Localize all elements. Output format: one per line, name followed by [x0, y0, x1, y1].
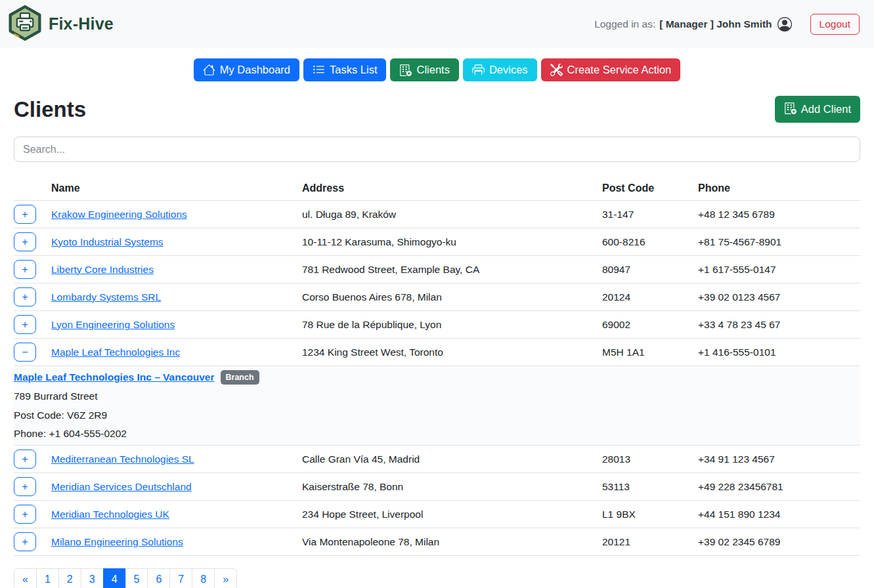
client-link[interactable]: Meridian Technologies UK — [51, 509, 169, 520]
expand-row-button[interactable]: + — [14, 232, 36, 251]
client-name-cell: Liberty Core Industries — [51, 256, 302, 284]
client-phone: +33 4 78 23 45 67 — [698, 311, 860, 339]
expand-row-button[interactable]: + — [14, 505, 36, 524]
logout-button[interactable]: Logout — [810, 14, 860, 35]
client-link[interactable]: Krakow Engineering Solutions — [51, 209, 187, 220]
brand: Fix-Hive — [7, 5, 114, 44]
client-name-cell: Meridian Services Deutschland — [51, 473, 302, 501]
clients-table-body: +Krakow Engineering Solutionsul. Długa 8… — [14, 201, 860, 556]
pagination-next: » — [215, 568, 237, 588]
nav-create-service-action-button[interactable]: Create Service Action — [541, 58, 681, 81]
pagination-next-link[interactable]: » — [214, 568, 237, 588]
pagination-prev-link[interactable]: « — [14, 568, 37, 588]
nav-clients-button[interactable]: Clients — [390, 58, 458, 81]
client-name-cell: Mediterranean Technologies SL — [51, 446, 302, 473]
expand-row-button[interactable]: + — [14, 315, 36, 334]
client-post-code: 53113 — [602, 473, 698, 501]
pagination-prev: « — [14, 568, 37, 588]
table-row: +Lyon Engineering Solutions78 Rue de la … — [14, 311, 860, 339]
branch-header: Maple Leaf Technologies Inc – VancouverB… — [14, 370, 855, 385]
branch-phone: Phone: +1 604-555-0202 — [14, 427, 855, 441]
logged-in-user: [ Manager ] John Smith — [659, 18, 772, 30]
pagination-page-7-link[interactable]: 7 — [169, 568, 192, 588]
pagination-page-8-link[interactable]: 8 — [192, 568, 215, 588]
client-phone: +48 12 345 6789 — [698, 201, 860, 228]
add-client-button[interactable]: Add Client — [775, 96, 860, 123]
expander-column-header — [14, 177, 51, 201]
pagination-page-4-link[interactable]: 4 — [103, 568, 126, 588]
client-post-code: 69002 — [602, 311, 698, 339]
client-post-code: 20121 — [602, 528, 698, 556]
collapse-row-button[interactable]: − — [14, 343, 36, 362]
client-address: 1234 King Street West, Toronto — [302, 339, 602, 366]
table-row: +Liberty Core Industries781 Redwood Stre… — [14, 256, 860, 284]
pagination-page-8: 8 — [192, 568, 215, 588]
printer-icon — [472, 64, 485, 76]
pagination-page-1-link[interactable]: 1 — [36, 568, 59, 588]
client-address: Kaiserstraße 78, Bonn — [302, 473, 602, 501]
branch-badge: Branch — [221, 370, 259, 385]
expander-cell: + — [14, 528, 51, 556]
expander-cell: + — [14, 446, 51, 473]
main-nav: My Dashboard Tasks List Clients Devices … — [0, 58, 874, 81]
pagination-page-3: 3 — [81, 568, 104, 588]
branch-link[interactable]: Maple Leaf Technologies Inc – Vancouver — [14, 371, 215, 383]
expand-row-button[interactable]: + — [14, 260, 36, 279]
nav-label: Tasks List — [330, 64, 377, 76]
table-row: +Milano Engineering SolutionsVia Montena… — [14, 528, 860, 556]
pagination-page-5: 5 — [126, 568, 148, 588]
add-client-label: Add Client — [801, 103, 851, 116]
pagination-page-2-link[interactable]: 2 — [58, 568, 81, 588]
expand-row-button[interactable]: + — [14, 287, 36, 306]
client-link[interactable]: Milano Engineering Solutions — [51, 536, 183, 547]
client-phone: +81 75-4567-8901 — [698, 228, 860, 256]
nav-label: Clients — [416, 64, 449, 76]
expand-row-button[interactable]: + — [14, 477, 36, 496]
pagination-page-2: 2 — [59, 568, 81, 588]
expand-row-button[interactable]: + — [14, 532, 36, 551]
client-link[interactable]: Mediterranean Technologies SL — [51, 453, 194, 465]
client-address: 10-11-12 Karasuma, Shimogyo-ku — [302, 228, 602, 256]
table-row: +Lombardy Systems SRLCorso Buenos Aires … — [14, 284, 860, 311]
expander-cell: + — [14, 311, 51, 339]
expand-row-button[interactable]: + — [14, 450, 36, 469]
client-address: 781 Redwood Street, Example Bay, CA — [302, 256, 602, 284]
client-phone: +1 617-555-0147 — [698, 256, 860, 284]
client-post-code: 80947 — [602, 256, 698, 284]
client-phone: +1 416-555-0101 — [698, 339, 860, 366]
nav-tasks-list-button[interactable]: Tasks List — [303, 58, 386, 81]
client-phone: +44 151 890 1234 — [698, 501, 860, 528]
client-link[interactable]: Maple Leaf Technologies Inc — [51, 346, 180, 358]
expander-cell: + — [14, 201, 51, 228]
client-link[interactable]: Lyon Engineering Solutions — [51, 319, 175, 330]
expander-cell: + — [14, 501, 51, 528]
building-add-icon — [399, 64, 412, 76]
table-row: +Kyoto Industrial Systems10-11-12 Karasu… — [14, 228, 860, 256]
logged-in-label: Logged in as: — [594, 18, 655, 30]
pagination-page-6-link[interactable]: 6 — [147, 568, 170, 588]
table-row: +Meridian Technologies UK234 Hope Street… — [14, 501, 860, 528]
pagination: «12345678» — [14, 568, 237, 588]
pagination-page-5-link[interactable]: 5 — [125, 568, 148, 588]
client-post-code: 31-147 — [602, 201, 698, 228]
branch-address: 789 Burrard Street — [14, 389, 855, 404]
nav-devices-button[interactable]: Devices — [463, 58, 537, 81]
client-link[interactable]: Kyoto Industrial Systems — [51, 236, 164, 247]
table-row: +Meridian Services DeutschlandKaiserstra… — [14, 473, 860, 501]
client-phone: +39 02 0123 4567 — [698, 284, 860, 311]
client-name-cell: Meridian Technologies UK — [51, 501, 302, 528]
pagination-page-3-link[interactable]: 3 — [81, 568, 104, 588]
client-post-code: L1 9BX — [602, 501, 698, 528]
search-input[interactable] — [14, 136, 860, 162]
expand-row-button[interactable]: + — [14, 205, 36, 224]
client-link[interactable]: Lombardy Systems SRL — [51, 291, 161, 303]
client-post-code: 20124 — [602, 284, 698, 311]
client-address: 78 Rue de la République, Lyon — [302, 311, 602, 339]
client-phone: +39 02 2345 6789 — [698, 528, 860, 556]
branch-cell: Maple Leaf Technologies Inc – VancouverB… — [14, 366, 860, 446]
nav-my-dashboard-button[interactable]: My Dashboard — [194, 58, 299, 81]
column-header-phone: Phone — [698, 177, 860, 201]
client-link[interactable]: Meridian Services Deutschland — [51, 481, 192, 492]
client-link[interactable]: Liberty Core Industries — [51, 264, 154, 275]
client-name-cell: Krakow Engineering Solutions — [51, 201, 302, 228]
